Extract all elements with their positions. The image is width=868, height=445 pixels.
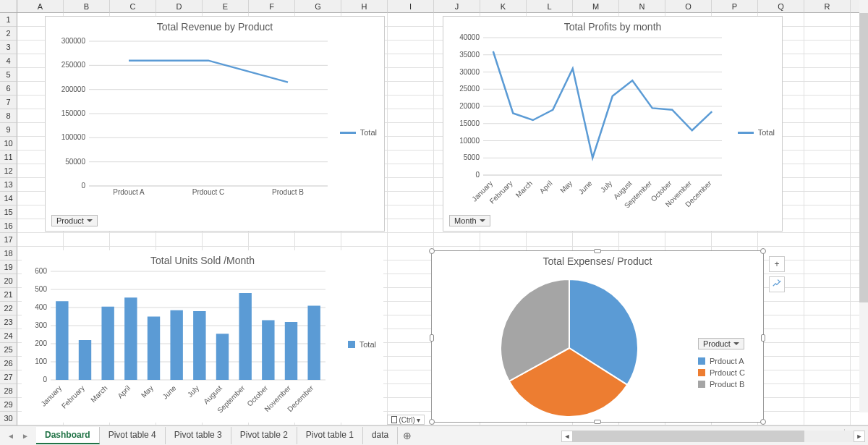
column-header[interactable]: D: [156, 0, 203, 13]
sheet-tab[interactable]: Pivot table 4: [100, 427, 166, 444]
svg-text:June: June: [577, 179, 594, 195]
column-header[interactable]: P: [712, 0, 758, 13]
svg-text:35000: 35000: [459, 51, 480, 59]
svg-text:400: 400: [35, 303, 47, 311]
row-header[interactable]: 7: [0, 96, 17, 109]
select-all-corner[interactable]: [0, 0, 17, 13]
column-header[interactable]: K: [480, 0, 527, 13]
svg-rect-74: [307, 306, 320, 381]
row-header[interactable]: 11: [0, 151, 17, 164]
row-header[interactable]: 14: [0, 192, 17, 205]
sheet-tab[interactable]: Pivot table 3: [166, 427, 231, 444]
row-header[interactable]: 27: [0, 370, 17, 384]
row-header[interactable]: 25: [0, 343, 17, 357]
column-header[interactable]: J: [434, 0, 480, 13]
legend: Total: [340, 125, 377, 140]
horizontal-scrollbar[interactable]: ◄►: [561, 431, 865, 442]
chart-profits[interactable]: Total Profits by month 05000100001500020…: [443, 16, 783, 232]
column-header[interactable]: E: [203, 0, 249, 13]
sheet-tab[interactable]: Pivot table 2: [231, 427, 297, 444]
column-header[interactable]: M: [573, 0, 619, 13]
column-header[interactable]: F: [249, 0, 295, 13]
svg-text:March: March: [514, 179, 534, 199]
filter-button-month[interactable]: Month: [449, 215, 490, 226]
row-header[interactable]: 18: [0, 247, 17, 260]
row-header[interactable]: 19: [0, 260, 17, 274]
vertical-scrollbar[interactable]: [859, 0, 868, 412]
svg-text:250000: 250000: [61, 61, 86, 69]
svg-rect-72: [262, 321, 274, 381]
row-header[interactable]: 21: [0, 288, 17, 302]
row-header[interactable]: 13: [0, 178, 17, 192]
tab-nav-next[interactable]: ►: [19, 429, 32, 442]
column-header[interactable]: N: [619, 0, 665, 13]
row-header[interactable]: 1: [0, 13, 17, 27]
column-header[interactable]: L: [527, 0, 573, 13]
column-header[interactable]: B: [64, 0, 110, 13]
row-header[interactable]: 5: [0, 68, 17, 82]
row-header[interactable]: 9: [0, 123, 17, 137]
svg-text:May: May: [140, 384, 155, 399]
row-header[interactable]: 6: [0, 82, 17, 96]
row-header[interactable]: 3: [0, 41, 17, 54]
column-header[interactable]: H: [341, 0, 388, 13]
chart-styles-button[interactable]: [769, 276, 785, 292]
svg-text:25000: 25000: [459, 85, 480, 93]
spreadsheet: ABCDEFGHIJKLMNOPQRS 12345678910111213141…: [0, 0, 868, 425]
svg-text:300000: 300000: [61, 37, 86, 45]
row-header[interactable]: 8: [0, 109, 17, 123]
svg-text:May: May: [558, 179, 574, 195]
svg-text:600: 600: [35, 268, 47, 275]
row-header[interactable]: 29: [0, 398, 17, 412]
row-header[interactable]: 16: [0, 219, 17, 233]
row-header[interactable]: 23: [0, 315, 17, 329]
column-header[interactable]: A: [17, 0, 64, 13]
column-header[interactable]: G: [295, 0, 341, 13]
svg-text:April: April: [538, 179, 554, 195]
sheet-tab[interactable]: data: [363, 427, 398, 444]
chart-elements-button[interactable]: +: [769, 256, 785, 272]
row-header[interactable]: 2: [0, 27, 17, 41]
legend: Product Prdouct A Prdouct C Product B: [698, 338, 756, 391]
row-header[interactable]: 30: [0, 412, 17, 425]
sheet-tab[interactable]: Pivot table 1: [297, 427, 363, 444]
svg-text:Product B: Product B: [272, 188, 304, 196]
svg-rect-63: [56, 301, 68, 380]
column-header[interactable]: O: [665, 0, 712, 13]
row-header[interactable]: 15: [0, 205, 17, 219]
svg-text:10000: 10000: [459, 137, 480, 145]
row-header[interactable]: 28: [0, 384, 17, 398]
row-header[interactable]: 4: [0, 54, 17, 68]
tab-nav-prev[interactable]: ◄: [4, 429, 17, 442]
column-header[interactable]: C: [110, 0, 156, 13]
svg-text:15000: 15000: [459, 119, 480, 127]
add-sheet-button[interactable]: ⊕: [398, 430, 417, 441]
svg-rect-67: [148, 317, 160, 381]
chart-expenses[interactable]: Total Expenses/ Product Product Prdouct …: [431, 250, 764, 423]
svg-text:Prdouct C: Prdouct C: [192, 188, 224, 196]
row-header[interactable]: 22: [0, 302, 17, 315]
column-header[interactable]: I: [388, 0, 434, 13]
svg-rect-65: [101, 307, 114, 380]
row-header[interactable]: 26: [0, 357, 17, 370]
row-header[interactable]: 10: [0, 137, 17, 151]
svg-text:300: 300: [35, 321, 47, 329]
chart-revenue[interactable]: Total Revenue by Product 050000100000150…: [45, 16, 385, 232]
svg-text:February: February: [60, 384, 86, 410]
paste-options-button[interactable]: (Ctrl) ▾: [387, 415, 425, 425]
row-header[interactable]: 20: [0, 274, 17, 288]
filter-button-product[interactable]: Product: [698, 338, 744, 349]
column-header[interactable]: Q: [758, 0, 804, 13]
svg-text:5000: 5000: [464, 153, 480, 161]
filter-button-product[interactable]: Product: [51, 215, 98, 226]
column-header[interactable]: R: [804, 0, 851, 13]
row-header[interactable]: 17: [0, 233, 17, 247]
row-header[interactable]: 24: [0, 329, 17, 343]
svg-rect-71: [239, 293, 251, 380]
chart-units[interactable]: Total Units Sold /Month 0100200300400500…: [22, 250, 383, 423]
legend: Total: [348, 337, 376, 352]
row-header[interactable]: 12: [0, 164, 17, 178]
clipboard-icon: [391, 416, 397, 423]
sheet-tab[interactable]: Dashboard: [36, 427, 100, 444]
svg-rect-70: [216, 334, 229, 380]
